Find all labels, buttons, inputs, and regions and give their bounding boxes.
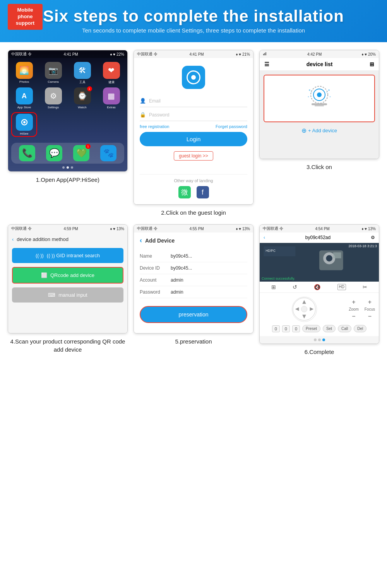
pagination-dots: [260, 336, 379, 344]
device-name-label: by09c452ad: [305, 235, 330, 240]
back-arrow-5[interactable]: ‹: [140, 236, 142, 244]
steps-section: 中国联通 令 4:41 PM ♦ ♥ 22% 🌅 Photos 📷: [0, 42, 387, 368]
svg-point-7: [317, 92, 322, 97]
guest-login-button[interactable]: guest login >>: [174, 151, 213, 161]
back-arrow-6[interactable]: ‹: [264, 235, 265, 240]
step-2-label: 2.Click on the guest login: [161, 209, 226, 217]
other-landing-label: Other way of landing: [174, 178, 213, 183]
video-timestamp: 2018-03-18 3:21:3: [348, 244, 377, 248]
step-5-label: 5.preservation: [175, 337, 212, 345]
live-view-header: ‹ by09c452ad ⚙: [260, 232, 379, 243]
device-list-screen: ☰ device list ⊞: [260, 58, 379, 159]
email-field-wrap: 👤 Email: [140, 95, 247, 107]
email-placeholder[interactable]: Email: [149, 98, 161, 104]
add-device-screen: ‹ Add Device Name by09c45... Device ID b…: [134, 232, 253, 333]
page-title: Six steps to complete the installation: [8, 7, 379, 26]
app-logo: [182, 66, 205, 89]
app-health[interactable]: ❤ 健康: [98, 62, 124, 84]
add-method-title: device addition method: [17, 236, 68, 242]
svg-point-10: [309, 89, 310, 91]
logo-dot: [191, 75, 196, 80]
zoom-plus[interactable]: +: [352, 299, 355, 306]
app-tools[interactable]: 🛠 工具: [69, 62, 95, 84]
ptz-section: + Zoom − + Focus −: [260, 293, 379, 336]
free-registration-link[interactable]: free registration: [140, 124, 169, 129]
dock: 📞 💬 💚 1 🐾: [11, 143, 124, 164]
preservation-button[interactable]: preservation: [140, 306, 247, 323]
svg-rect-8: [312, 103, 327, 105]
forget-password-link[interactable]: Forget password: [216, 124, 247, 129]
svg-point-11: [328, 89, 330, 91]
field-account: Account admin: [140, 274, 247, 286]
manual-input-button[interactable]: ⌨ manual input: [12, 287, 123, 303]
screenshot-icon[interactable]: ✂: [363, 284, 367, 290]
hd-badge[interactable]: HD: [337, 284, 346, 290]
dot-1: [314, 338, 317, 341]
svg-marker-26: [295, 307, 299, 311]
wechat-icon[interactable]: 微: [178, 186, 191, 198]
facebook-icon[interactable]: f: [197, 186, 209, 198]
settings-icon[interactable]: ⚙: [371, 235, 375, 240]
other-landing-section: Other way of landing 微 f: [140, 174, 247, 198]
lock-icon: 🔒: [140, 112, 146, 118]
del-btn[interactable]: Del: [354, 325, 366, 332]
steps-row-1: 中国联通 令 4:41 PM ♦ ♥ 22% 🌅 Photos 📷: [8, 50, 379, 217]
svg-point-13: [330, 96, 331, 97]
dock-wechat[interactable]: 💚 1: [73, 145, 89, 161]
svg-point-21: [326, 255, 332, 262]
step-3-phone: 4:42 PM ♦ ♥ 20% ☰ device list ⊞: [259, 50, 379, 159]
zoom-minus[interactable]: −: [352, 313, 355, 320]
app-extras[interactable]: ▦ Extras: [98, 87, 124, 109]
app-camera[interactable]: 📷 Camera: [40, 62, 66, 84]
dock-paw[interactable]: 🐾: [100, 145, 116, 161]
live-view-screen: ‹ by09c452ad ⚙ HD/PC: [260, 232, 379, 344]
focus-plus[interactable]: +: [368, 299, 372, 306]
preset-num-2: 0: [282, 325, 290, 332]
video-feed: HD/PC 2018-03-18 3:21:3 Connect successf…: [260, 243, 379, 282]
login-button[interactable]: Login: [140, 132, 247, 146]
back-arrow[interactable]: ‹: [12, 236, 14, 242]
app-settings[interactable]: ⚙ Settings: [40, 87, 66, 109]
app-hisee[interactable]: HiSee: [11, 112, 37, 137]
add-device-button[interactable]: ⊕ + Add device: [264, 127, 374, 134]
app-photos[interactable]: 🌅 Photos: [11, 62, 37, 84]
dot-3: [322, 338, 325, 341]
app-store[interactable]: A App Store: [11, 87, 37, 109]
dock-messages[interactable]: 💬: [46, 145, 62, 161]
preset-num-1: 0: [272, 325, 280, 332]
svg-point-28: [301, 306, 307, 312]
call-btn[interactable]: Call: [338, 325, 351, 332]
step-2-cell: 中国联通 令 4:41 PM ♦ ♥ 21% 👤 Email: [134, 50, 253, 217]
focus-minus[interactable]: −: [368, 313, 372, 320]
preset-btn[interactable]: Preset: [302, 325, 320, 332]
set-btn[interactable]: Set: [323, 325, 336, 332]
dock-phone[interactable]: 📞: [19, 145, 35, 161]
add-device-title: Add Device: [145, 238, 175, 244]
mute-icon[interactable]: 🔇: [314, 284, 320, 290]
step-3-cell: 4:42 PM ♦ ♥ 20% ☰ device list ⊞: [259, 50, 379, 217]
app-watch[interactable]: ⌚ 1 Watch: [69, 87, 95, 109]
guest-login-wrap: guest login >>: [140, 149, 247, 162]
qr-icon: ⬜: [41, 272, 47, 278]
svg-rect-9: [315, 105, 324, 106]
gid-search-button[interactable]: ((·)) ((·)) GID intranet search: [12, 248, 123, 263]
wifi-icon: ((·)): [36, 253, 44, 258]
qrcode-add-button[interactable]: ⬜ QRcode add device: [12, 267, 123, 284]
password-placeholder[interactable]: Password: [149, 112, 170, 118]
ptz-control[interactable]: [292, 297, 317, 322]
phone2-status: 中国联通 令 4:41 PM ♦ ♥ 21%: [134, 50, 253, 58]
grid-icon[interactable]: ⊞: [271, 284, 276, 290]
app-grid: 🌅 Photos 📷 Camera 🛠 工具: [8, 58, 127, 141]
phone3-status: 4:42 PM ♦ ♥ 20%: [260, 50, 379, 58]
refresh-icon[interactable]: ↺: [293, 284, 297, 290]
login-links: free registration Forget password: [140, 124, 247, 129]
step-5-phone: 中国联通 令 4:55 PM ♦ ♥ 13% ‹ Add Device Name…: [134, 224, 253, 333]
step-4-cell: 中国联通 令 4:59 PM ♦ ♥ 13% ‹ device addition…: [8, 224, 128, 356]
preset-num-3: 0: [292, 325, 300, 332]
phone5-status: 中国联通 令 4:55 PM ♦ ♥ 13%: [134, 225, 253, 232]
svg-marker-25: [302, 315, 306, 319]
step-6-phone: 中国联通 令 4:54 PM ♦ ♥ 13% ‹ by09c452ad ⚙: [259, 224, 379, 344]
step-2-phone: 中国联通 令 4:41 PM ♦ ♥ 21% 👤 Email: [134, 50, 253, 205]
keyboard-icon: ⌨: [48, 292, 55, 298]
svg-marker-27: [310, 307, 313, 311]
